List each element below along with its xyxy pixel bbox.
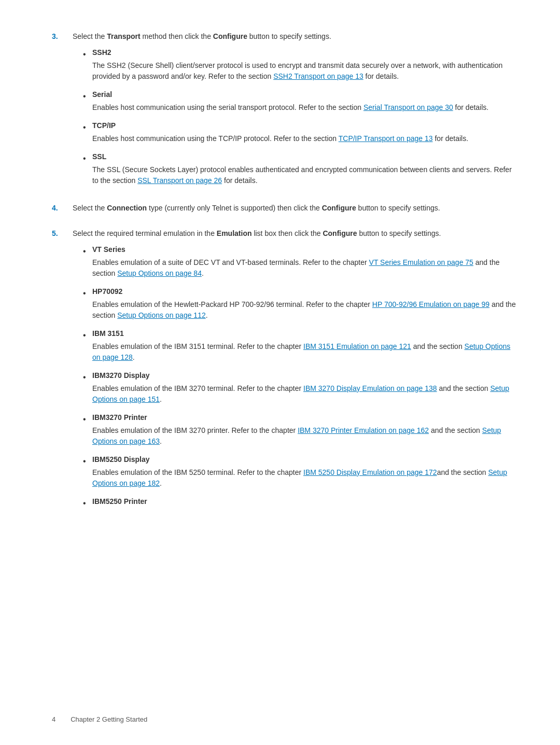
step-1: 3.Select the Transport method then click… — [52, 31, 519, 193]
inline-link[interactable]: SSL Transport on page 26 — [137, 176, 222, 185]
bullet-desc-1-2: Enables host communication using the ser… — [92, 102, 519, 113]
bullet-content-3-3: IBM 3151Enables emulation of the IBM 315… — [92, 328, 519, 363]
bullet-list-1: SSH2The SSH2 (Secure Shell) client/serve… — [73, 47, 519, 186]
bullet-content-1-4: SSLThe SSL (Secure Sockets Layer) protoc… — [92, 151, 519, 186]
bullet-title-1-2: Serial — [92, 89, 519, 100]
bullet-desc-1-1: The SSH2 (Secure Shell) client/server pr… — [92, 60, 519, 82]
bullet-desc-1-3: Enables host communication using the TCP… — [92, 133, 519, 144]
bullet-content-1-2: SerialEnables host communication using t… — [92, 89, 519, 113]
inline-link[interactable]: Setup Options on page 128 — [92, 342, 510, 361]
bullet-item-3-1: VT SeriesEnables emulation of a suite of… — [73, 244, 519, 279]
bullet-title-3-6: IBM5250 Display — [92, 454, 519, 465]
bullet-item-3-3: IBM 3151Enables emulation of the IBM 315… — [73, 328, 519, 363]
inline-link[interactable]: IBM 3151 Emulation on page 121 — [303, 342, 411, 350]
inline-link[interactable]: SSH2 Transport on page 13 — [273, 72, 363, 80]
inline-link[interactable]: VT Series Emulation on page 75 — [369, 258, 473, 266]
bullet-dot-3-2 — [83, 287, 92, 321]
bullet-dot-3-5 — [83, 413, 92, 447]
bullet-dot-1-4 — [83, 152, 92, 186]
bullet-dot-3-1 — [83, 245, 92, 279]
bullet-item-3-6: IBM5250 DisplayEnables emulation of the … — [73, 454, 519, 489]
bullet-title-3-7: IBM5250 Printer — [92, 496, 519, 507]
bullet-content-3-4: IBM3270 DisplayEnables emulation of the … — [92, 370, 519, 405]
inline-link[interactable]: Serial Transport on page 30 — [363, 103, 453, 111]
bullet-desc-3-3: Enables emulation of the IBM 3151 termin… — [92, 341, 519, 363]
inline-link[interactable]: Setup Options on page 151 — [92, 384, 509, 403]
bullet-dot-3-3 — [83, 329, 92, 363]
page: 3.Select the Transport method then click… — [0, 0, 560, 745]
step-content-2: Select the Connection type (currently on… — [73, 203, 519, 219]
bullet-list-3: VT SeriesEnables emulation of a suite of… — [73, 244, 519, 510]
inline-link[interactable]: Setup Options on page 112 — [117, 311, 205, 319]
bullet-title-3-2: HP70092 — [92, 286, 519, 297]
step-2: 4.Select the Connection type (currently … — [52, 203, 519, 219]
bullet-title-1-1: SSH2 — [92, 47, 519, 58]
bullet-item-3-4: IBM3270 DisplayEnables emulation of the … — [73, 370, 519, 405]
inline-link[interactable]: IBM 3270 Display Emulation on page 138 — [303, 384, 437, 392]
footer-chapter: Chapter 2 Getting Started — [71, 715, 147, 723]
bullet-title-3-4: IBM3270 Display — [92, 370, 519, 381]
bullet-desc-3-5: Enables emulation of the IBM 3270 printe… — [92, 425, 519, 447]
footer: 4 Chapter 2 Getting Started — [52, 714, 147, 725]
bullet-title-1-4: SSL — [92, 151, 519, 162]
bullet-content-3-7: IBM5250 Printer — [92, 496, 519, 510]
bullet-title-3-3: IBM 3151 — [92, 328, 519, 339]
bullet-desc-3-1: Enables emulation of a suite of DEC VT a… — [92, 257, 519, 279]
inline-link[interactable]: Setup Options on page 84 — [117, 269, 202, 277]
bullet-content-3-2: HP70092Enables emulation of the Hewlett-… — [92, 286, 519, 321]
bullet-title-1-3: TCP/IP — [92, 120, 519, 131]
bullet-item-1-3: TCP/IPEnables host communication using t… — [73, 120, 519, 144]
bullet-item-3-2: HP70092Enables emulation of the Hewlett-… — [73, 286, 519, 321]
bullet-item-1-1: SSH2The SSH2 (Secure Shell) client/serve… — [73, 47, 519, 82]
inline-link[interactable]: Setup Options on page 182 — [92, 468, 507, 487]
bullet-item-3-7: IBM5250 Printer — [73, 496, 519, 510]
footer-text: 4 — [52, 715, 55, 723]
inline-link[interactable]: TCP/IP Transport on page 13 — [339, 134, 433, 143]
bullet-title-3-5: IBM3270 Printer — [92, 412, 519, 423]
bullet-content-3-1: VT SeriesEnables emulation of a suite of… — [92, 244, 519, 279]
inline-link[interactable]: IBM 3270 Printer Emulation on page 162 — [298, 426, 429, 434]
bullet-dot-3-6 — [83, 455, 92, 489]
bullet-content-1-1: SSH2The SSH2 (Secure Shell) client/serve… — [92, 47, 519, 82]
bullet-item-1-2: SerialEnables host communication using t… — [73, 89, 519, 113]
step-text-2: Select the Connection type (currently on… — [73, 203, 519, 214]
step-text-3: Select the required terminal emulation i… — [73, 228, 519, 239]
step-3: 5.Select the required terminal emulation… — [52, 228, 519, 517]
bullet-desc-3-2: Enables emulation of the Hewlett-Packard… — [92, 299, 519, 321]
bullet-title-3-1: VT Series — [92, 244, 519, 255]
bullet-dot-3-4 — [83, 371, 92, 405]
bullet-desc-3-4: Enables emulation of the IBM 3270 termin… — [92, 383, 519, 405]
step-content-3: Select the required terminal emulation i… — [73, 228, 519, 517]
bullet-dot-1-1 — [83, 48, 92, 82]
bullet-content-3-5: IBM3270 PrinterEnables emulation of the … — [92, 412, 519, 447]
step-content-1: Select the Transport method then click t… — [73, 31, 519, 193]
bullet-dot-1-2 — [83, 90, 92, 113]
bullet-desc-1-4: The SSL (Secure Sockets Layer) protocol … — [92, 164, 519, 186]
bullet-item-1-4: SSLThe SSL (Secure Sockets Layer) protoc… — [73, 151, 519, 186]
step-number-3: 5. — [52, 228, 73, 517]
bullet-desc-3-6: Enables emulation of the IBM 5250 termin… — [92, 467, 519, 489]
inline-link[interactable]: HP 700-92/96 Emulation on page 99 — [372, 300, 489, 308]
bullet-dot-1-3 — [83, 121, 92, 144]
bullet-content-3-6: IBM5250 DisplayEnables emulation of the … — [92, 454, 519, 489]
bullet-dot-3-7 — [83, 497, 92, 510]
inline-link[interactable]: Setup Options on page 163 — [92, 426, 501, 445]
bullet-item-3-5: IBM3270 PrinterEnables emulation of the … — [73, 412, 519, 447]
inline-link[interactable]: IBM 5250 Display Emulation on page 172 — [303, 468, 437, 476]
step-text-1: Select the Transport method then click t… — [73, 31, 519, 42]
step-number-1: 3. — [52, 31, 73, 193]
steps-container: 3.Select the Transport method then click… — [52, 31, 519, 517]
step-number-2: 4. — [52, 203, 73, 219]
bullet-content-1-3: TCP/IPEnables host communication using t… — [92, 120, 519, 144]
